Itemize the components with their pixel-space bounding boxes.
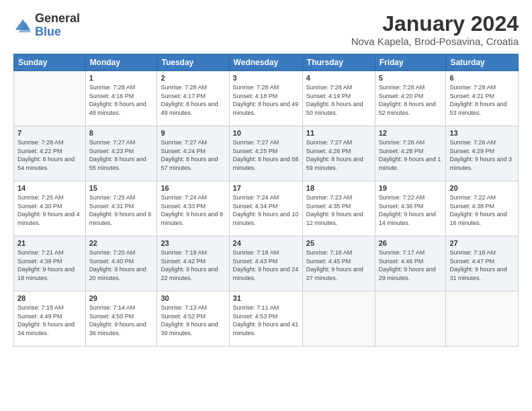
day-info: Sunrise: 7:27 AMSunset: 4:26 PMDaylight:… bbox=[306, 138, 371, 172]
table-row: 13Sunrise: 7:26 AMSunset: 4:29 PMDayligh… bbox=[446, 126, 519, 181]
table-row: 14Sunrise: 7:25 AMSunset: 4:30 PMDayligh… bbox=[14, 181, 86, 236]
day-number: 28 bbox=[17, 294, 82, 302]
title-block: January 2024 Nova Kapela, Brod-Posavina,… bbox=[351, 12, 519, 47]
day-number: 16 bbox=[161, 184, 225, 192]
table-row: 26Sunrise: 7:17 AMSunset: 4:46 PMDayligh… bbox=[375, 236, 446, 291]
table-row: 18Sunrise: 7:23 AMSunset: 4:35 PMDayligh… bbox=[302, 181, 375, 236]
table-row bbox=[375, 291, 446, 347]
calendar-table: Sunday Monday Tuesday Wednesday Thursday… bbox=[13, 54, 519, 347]
day-number: 24 bbox=[233, 239, 299, 247]
day-number: 1 bbox=[89, 74, 154, 82]
day-number: 22 bbox=[89, 239, 154, 247]
table-row: 7Sunrise: 7:28 AMSunset: 4:22 PMDaylight… bbox=[14, 126, 86, 181]
day-info: Sunrise: 7:18 AMSunset: 4:43 PMDaylight:… bbox=[233, 248, 299, 282]
day-number: 8 bbox=[89, 129, 154, 137]
table-row: 5Sunrise: 7:28 AMSunset: 4:20 PMDaylight… bbox=[375, 71, 446, 126]
table-row: 21Sunrise: 7:21 AMSunset: 4:39 PMDayligh… bbox=[14, 236, 86, 291]
day-info: Sunrise: 7:11 AMSunset: 4:53 PMDaylight:… bbox=[233, 304, 299, 337]
table-row bbox=[302, 291, 375, 347]
table-row: 4Sunrise: 7:28 AMSunset: 4:19 PMDaylight… bbox=[302, 71, 375, 126]
day-info: Sunrise: 7:20 AMSunset: 4:40 PMDaylight:… bbox=[89, 248, 154, 282]
day-info: Sunrise: 7:15 AMSunset: 4:49 PMDaylight:… bbox=[17, 304, 82, 337]
day-number: 10 bbox=[233, 129, 299, 137]
table-row: 6Sunrise: 7:28 AMSunset: 4:21 PMDaylight… bbox=[446, 71, 519, 126]
day-info: Sunrise: 7:27 AMSunset: 4:25 PMDaylight:… bbox=[233, 138, 299, 172]
day-number: 11 bbox=[306, 129, 371, 137]
day-info: Sunrise: 7:17 AMSunset: 4:46 PMDaylight:… bbox=[379, 248, 443, 282]
logo-blue: Blue bbox=[35, 26, 80, 39]
col-saturday: Saturday bbox=[446, 54, 519, 71]
day-number: 19 bbox=[379, 184, 443, 192]
day-info: Sunrise: 7:13 AMSunset: 4:52 PMDaylight:… bbox=[161, 304, 225, 337]
table-row bbox=[14, 71, 86, 126]
col-wednesday: Wednesday bbox=[229, 54, 302, 71]
day-info: Sunrise: 7:25 AMSunset: 4:30 PMDaylight:… bbox=[17, 193, 82, 227]
day-info: Sunrise: 7:25 AMSunset: 4:31 PMDaylight:… bbox=[89, 193, 154, 227]
day-number: 29 bbox=[89, 294, 154, 302]
col-friday: Friday bbox=[375, 54, 446, 71]
day-number: 12 bbox=[379, 129, 443, 137]
day-number: 30 bbox=[161, 294, 225, 302]
day-info: Sunrise: 7:23 AMSunset: 4:35 PMDaylight:… bbox=[306, 193, 371, 227]
logo-general: General bbox=[35, 12, 80, 26]
calendar-title: January 2024 bbox=[351, 12, 519, 36]
table-row: 27Sunrise: 7:16 AMSunset: 4:47 PMDayligh… bbox=[446, 236, 519, 291]
col-thursday: Thursday bbox=[302, 54, 375, 71]
table-row: 24Sunrise: 7:18 AMSunset: 4:43 PMDayligh… bbox=[229, 236, 302, 291]
day-number: 5 bbox=[379, 74, 443, 82]
day-info: Sunrise: 7:26 AMSunset: 4:29 PMDaylight:… bbox=[449, 138, 515, 172]
day-number: 23 bbox=[161, 239, 225, 247]
day-info: Sunrise: 7:18 AMSunset: 4:45 PMDaylight:… bbox=[306, 248, 371, 282]
day-info: Sunrise: 7:28 AMSunset: 4:19 PMDaylight:… bbox=[306, 83, 371, 117]
day-number: 3 bbox=[233, 74, 299, 82]
table-row: 3Sunrise: 7:28 AMSunset: 4:18 PMDaylight… bbox=[229, 71, 302, 126]
day-number: 17 bbox=[233, 184, 299, 192]
table-row: 17Sunrise: 7:24 AMSunset: 4:34 PMDayligh… bbox=[229, 181, 302, 236]
day-info: Sunrise: 7:28 AMSunset: 4:17 PMDaylight:… bbox=[161, 83, 225, 117]
day-info: Sunrise: 7:16 AMSunset: 4:47 PMDaylight:… bbox=[449, 248, 515, 282]
col-monday: Monday bbox=[85, 54, 157, 71]
table-row bbox=[446, 291, 519, 347]
day-number: 27 bbox=[449, 239, 515, 247]
calendar-header-row: Sunday Monday Tuesday Wednesday Thursday… bbox=[14, 54, 519, 71]
calendar-week-row: 21Sunrise: 7:21 AMSunset: 4:39 PMDayligh… bbox=[14, 236, 519, 291]
col-sunday: Sunday bbox=[14, 54, 86, 71]
day-info: Sunrise: 7:26 AMSunset: 4:28 PMDaylight:… bbox=[379, 138, 443, 172]
table-row: 31Sunrise: 7:11 AMSunset: 4:53 PMDayligh… bbox=[229, 291, 302, 347]
day-info: Sunrise: 7:21 AMSunset: 4:39 PMDaylight:… bbox=[17, 248, 82, 282]
table-row: 12Sunrise: 7:26 AMSunset: 4:28 PMDayligh… bbox=[375, 126, 446, 181]
day-number: 9 bbox=[161, 129, 225, 137]
table-row: 30Sunrise: 7:13 AMSunset: 4:52 PMDayligh… bbox=[157, 291, 229, 347]
header: General Blue January 2024 Nova Kapela, B… bbox=[13, 12, 519, 47]
day-info: Sunrise: 7:28 AMSunset: 4:16 PMDaylight:… bbox=[89, 83, 154, 117]
day-info: Sunrise: 7:19 AMSunset: 4:42 PMDaylight:… bbox=[161, 248, 225, 282]
table-row: 15Sunrise: 7:25 AMSunset: 4:31 PMDayligh… bbox=[85, 181, 157, 236]
table-row: 10Sunrise: 7:27 AMSunset: 4:25 PMDayligh… bbox=[229, 126, 302, 181]
logo-icon bbox=[13, 16, 32, 35]
calendar-week-row: 28Sunrise: 7:15 AMSunset: 4:49 PMDayligh… bbox=[14, 291, 519, 347]
logo: General Blue bbox=[13, 12, 80, 39]
calendar-week-row: 7Sunrise: 7:28 AMSunset: 4:22 PMDaylight… bbox=[14, 126, 519, 181]
day-number: 4 bbox=[306, 74, 371, 82]
day-number: 21 bbox=[17, 239, 82, 247]
day-number: 20 bbox=[449, 184, 515, 192]
table-row: 16Sunrise: 7:24 AMSunset: 4:33 PMDayligh… bbox=[157, 181, 229, 236]
day-info: Sunrise: 7:28 AMSunset: 4:22 PMDaylight:… bbox=[17, 138, 82, 172]
day-number: 25 bbox=[306, 239, 371, 247]
col-tuesday: Tuesday bbox=[157, 54, 229, 71]
day-info: Sunrise: 7:28 AMSunset: 4:21 PMDaylight:… bbox=[449, 83, 515, 117]
calendar-week-row: 1Sunrise: 7:28 AMSunset: 4:16 PMDaylight… bbox=[14, 71, 519, 126]
day-info: Sunrise: 7:24 AMSunset: 4:33 PMDaylight:… bbox=[161, 193, 225, 227]
calendar-week-row: 14Sunrise: 7:25 AMSunset: 4:30 PMDayligh… bbox=[14, 181, 519, 236]
table-row: 25Sunrise: 7:18 AMSunset: 4:45 PMDayligh… bbox=[302, 236, 375, 291]
table-row: 28Sunrise: 7:15 AMSunset: 4:49 PMDayligh… bbox=[14, 291, 86, 347]
table-row: 1Sunrise: 7:28 AMSunset: 4:16 PMDaylight… bbox=[85, 71, 157, 126]
day-number: 26 bbox=[379, 239, 443, 247]
table-row: 8Sunrise: 7:27 AMSunset: 4:23 PMDaylight… bbox=[85, 126, 157, 181]
table-row: 11Sunrise: 7:27 AMSunset: 4:26 PMDayligh… bbox=[302, 126, 375, 181]
day-number: 6 bbox=[449, 74, 515, 82]
day-info: Sunrise: 7:27 AMSunset: 4:24 PMDaylight:… bbox=[161, 138, 225, 172]
day-info: Sunrise: 7:28 AMSunset: 4:18 PMDaylight:… bbox=[233, 83, 299, 117]
table-row: 29Sunrise: 7:14 AMSunset: 4:50 PMDayligh… bbox=[85, 291, 157, 347]
table-row: 23Sunrise: 7:19 AMSunset: 4:42 PMDayligh… bbox=[157, 236, 229, 291]
